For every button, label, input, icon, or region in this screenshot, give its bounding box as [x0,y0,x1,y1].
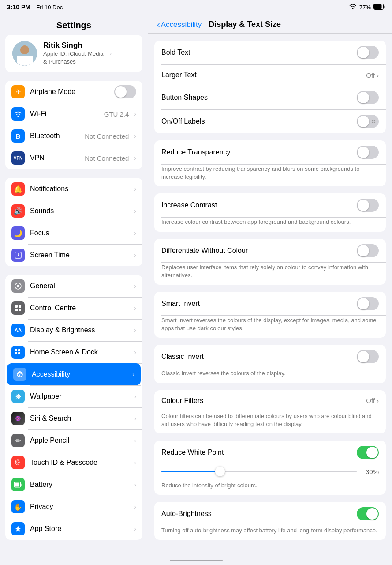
siri-icon [11,412,25,425]
differentiate-toggle[interactable] [357,244,379,257]
sidebar-item-notifications[interactable]: 🔔 Notifications › [5,178,142,200]
row-increasecontrast[interactable]: Increase Contrast [154,193,386,217]
battery-label: Battery [30,481,129,489]
slider-fill [161,471,220,472]
smartinvert-label: Smart Invert [161,300,200,308]
boldtext-label: Bold Text [161,49,190,56]
sidebar-item-screentime[interactable]: Screen Time › [5,244,142,266]
svg-point-23 [18,418,19,419]
general-icon [11,279,25,293]
airplane-toggle[interactable] [114,85,136,98]
wifi-chevron: › [134,110,136,117]
autobrightness-toggle[interactable] [357,507,379,520]
vpn-chevron: › [134,154,136,162]
display-label: Display & Brightness [30,326,129,334]
content-group-differentiate: Differentiate Without Colour Replaces us… [154,239,386,285]
notifications-chevron: › [134,185,136,192]
homescreen-label: Home Screen & Dock [30,348,129,356]
wifi-label: Wi-Fi [30,110,99,118]
sidebar-item-homescreen[interactable]: Home Screen & Dock › [5,341,142,363]
row-smartinvert[interactable]: Smart Invert [154,292,386,316]
smartinvert-toggle[interactable] [357,297,379,310]
smartinvert-desc: Smart Invert reverses the colours of the… [154,316,386,338]
row-classicinvert[interactable]: Classic Invert [154,345,386,369]
battery-percentage: 77% [359,4,371,11]
homescreen-icon [11,346,25,359]
sidebar-item-privacy[interactable]: ✋ Privacy › [5,496,142,518]
classicinvert-desc: Classic Invert reverses the colours of t… [154,369,386,383]
wallpaper-chevron: › [134,393,136,400]
content-title: Display & Text Size [209,20,281,29]
sidebar-item-focus[interactable]: 🌙 Focus › [5,222,142,244]
sidebar-item-controlcentre[interactable]: Control Centre › [5,297,142,319]
sidebar-item-general[interactable]: General › [5,275,142,297]
boldtext-toggle[interactable] [357,46,379,59]
sidebar-item-accessibility[interactable]: Accessibility › [7,363,141,385]
svg-point-7 [18,116,19,117]
row-reducetransparency[interactable]: Reduce Transparency [154,140,386,164]
general-chevron: › [134,282,136,290]
content-group-smartinvert: Smart Invert Smart Invert reverses the c… [154,292,386,338]
sidebar-item-display[interactable]: AA Display & Brightness › [5,319,142,341]
row-onofflabels[interactable]: On/Off Labels [154,109,386,133]
buttonshapes-toggle[interactable] [357,91,379,104]
colourfilters-value: Off › [366,397,379,404]
row-largertext[interactable]: Larger Text Off › [154,64,386,86]
content-group-1: Bold Text Larger Text Off › Button Shape… [154,41,386,133]
screentime-label: Screen Time [30,251,129,259]
appstore-chevron: › [134,525,136,532]
profile-section[interactable]: Ritik Singh Apple ID, iCloud, Media& Pur… [5,35,142,72]
row-differentiate[interactable]: Differentiate Without Colour [154,239,386,263]
sidebar-item-airplane[interactable]: ✈ Airplane Mode [5,81,142,103]
bluetooth-icon: B [11,129,25,143]
row-reducewhitepoint[interactable]: Reduce White Point [154,441,386,464]
profile-chevron: › [110,50,112,57]
svg-point-24 [18,462,19,463]
onofflabels-toggle[interactable] [357,115,379,128]
back-button[interactable]: ‹ Accessibility [157,19,202,30]
reducewhitepoint-label: Reduce White Point [161,448,224,456]
reducetransparency-toggle[interactable] [357,146,379,159]
siri-chevron: › [134,415,136,422]
applepencil-chevron: › [134,437,136,444]
notifications-label: Notifications [30,185,129,193]
profile-name: Ritik Singh [43,41,104,50]
sidebar-item-sounds[interactable]: 🔊 Sounds › [5,200,142,222]
classicinvert-toggle[interactable] [357,350,379,363]
privacy-label: Privacy [30,503,129,511]
reducetransparency-label: Reduce Transparency [161,148,231,156]
row-boldtext[interactable]: Bold Text [154,41,386,64]
content-group-reducewhitepoint: Reduce White Point 30% Reduce the intens… [154,441,386,495]
sidebar: Settings Ritik Singh Apple ID, iCloud, M… [0,14,148,556]
row-colourfilters[interactable]: Colour Filters Off › [154,390,386,411]
home-bar [0,556,392,565]
controlcentre-chevron: › [134,305,136,312]
sidebar-item-appstore[interactable]: App Store › [5,518,142,540]
sidebar-item-battery[interactable]: Battery › [5,474,142,496]
reducewhitepoint-toggle[interactable] [357,446,379,459]
increasecontrast-label: Increase Contrast [161,201,217,209]
sidebar-item-bluetooth[interactable]: B Bluetooth Not Connected › [5,125,142,147]
sidebar-item-touchid[interactable]: Touch ID & Passcode › [5,452,142,474]
colourfilters-desc: Colour filters can be used to differenti… [154,411,386,433]
increasecontrast-toggle[interactable] [357,199,379,212]
sidebar-item-siri[interactable]: Siri & Search › [5,407,142,429]
svg-point-6 [20,45,29,54]
sidebar-item-applepencil[interactable]: ✏ Apple Pencil › [5,429,142,452]
general-label: General [30,282,129,290]
siri-label: Siri & Search [30,414,129,422]
touchid-chevron: › [134,459,136,466]
sidebar-item-wifi[interactable]: Wi-Fi GTU 2.4 › [5,103,142,125]
slider-track[interactable] [161,471,357,472]
svg-rect-11 [15,305,18,308]
row-autobrightness[interactable]: Auto-Brightness [154,502,386,526]
row-buttonshapes[interactable]: Button Shapes [154,86,386,109]
sidebar-item-vpn[interactable]: VPN VPN Not Connected › [5,147,142,169]
svg-point-10 [17,285,19,287]
sidebar-item-wallpaper[interactable]: ❋ Wallpaper › [5,385,142,407]
slider-thumb[interactable] [215,467,225,476]
back-label: Accessibility [161,20,202,29]
bluetooth-chevron: › [134,132,136,139]
privacy-icon: ✋ [11,500,25,513]
svg-rect-26 [15,483,19,487]
